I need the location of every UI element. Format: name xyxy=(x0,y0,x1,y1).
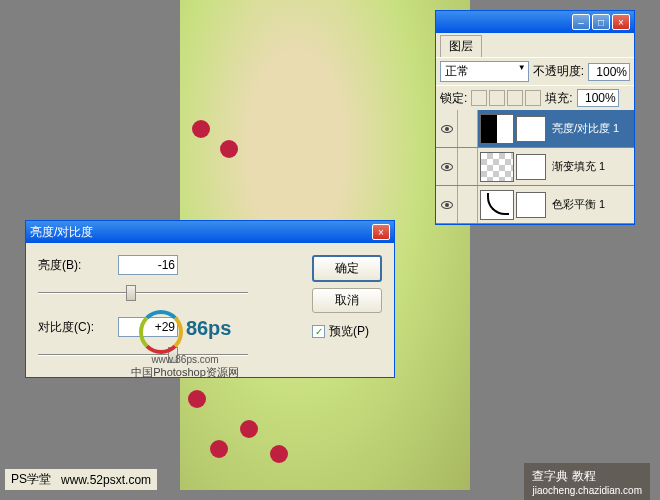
opacity-label: 不透明度: xyxy=(533,63,584,80)
brightness-slider-thumb[interactable] xyxy=(126,285,136,301)
layer-link-area[interactable] xyxy=(458,148,478,185)
layer-row[interactable]: 色彩平衡 1 xyxy=(436,186,634,224)
lock-all-icon[interactable] xyxy=(525,90,541,106)
ok-button[interactable]: 确定 xyxy=(312,255,382,282)
tab-layers[interactable]: 图层 xyxy=(440,35,482,57)
panel-tabs: 图层 xyxy=(436,33,634,57)
brightness-slider[interactable] xyxy=(38,283,248,303)
watermark: 86ps www.86ps.com 中国Photoshop资源网 xyxy=(110,310,260,380)
statusbar-url: www.52psxt.com xyxy=(61,473,151,487)
maximize-button[interactable]: □ xyxy=(592,14,610,30)
layer-name: 亮度/对比度 1 xyxy=(546,121,634,136)
layer-thumbnail[interactable] xyxy=(480,114,514,144)
preview-checkbox[interactable]: ✓ xyxy=(312,325,325,338)
watermark-url: www.86ps.com xyxy=(110,354,260,365)
status-bar: PS学堂 www.52psxt.com xyxy=(5,469,157,490)
opacity-input[interactable]: 100% xyxy=(588,63,630,81)
layers-panel-titlebar[interactable]: – □ × xyxy=(436,11,634,33)
layer-row[interactable]: 亮度/对比度 1 xyxy=(436,110,634,148)
visibility-toggle[interactable] xyxy=(436,148,458,185)
lock-position-icon[interactable] xyxy=(507,90,523,106)
blend-mode-dropdown[interactable]: 正常 xyxy=(440,61,529,82)
visibility-toggle[interactable] xyxy=(436,186,458,223)
lock-transparency-icon[interactable] xyxy=(471,90,487,106)
fill-label: 填充: xyxy=(545,90,572,107)
eye-icon xyxy=(441,125,453,133)
watermark-desc: 中国Photoshop资源网 xyxy=(110,365,260,380)
dialog-titlebar[interactable]: 亮度/对比度 × xyxy=(26,221,394,243)
brightness-input[interactable] xyxy=(118,255,178,275)
layer-thumbnail[interactable] xyxy=(480,190,514,220)
cancel-button[interactable]: 取消 xyxy=(312,288,382,313)
layers-list: 亮度/对比度 1 渐变填充 1 色彩平衡 1 xyxy=(436,110,634,224)
brightness-label: 亮度(B): xyxy=(38,257,108,274)
layer-link-area[interactable] xyxy=(458,186,478,223)
eye-icon xyxy=(441,163,453,171)
footer-label: 教程 xyxy=(572,469,596,483)
contrast-label: 对比度(C): xyxy=(38,319,108,336)
preview-label: 预览(P) xyxy=(329,323,369,340)
eye-icon xyxy=(441,201,453,209)
layer-mask-thumbnail[interactable] xyxy=(516,154,546,180)
layer-link-area[interactable] xyxy=(458,110,478,147)
layer-row[interactable]: 渐变填充 1 xyxy=(436,148,634,186)
layer-name: 色彩平衡 1 xyxy=(546,197,634,212)
layer-mask-thumbnail[interactable] xyxy=(516,116,546,142)
watermark-brand: 86ps xyxy=(186,317,232,339)
dialog-title: 亮度/对比度 xyxy=(30,224,93,241)
layers-panel: – □ × 图层 正常 不透明度: 100% 锁定: 填充: 100% 亮度/对… xyxy=(435,10,635,225)
lock-icons xyxy=(471,90,541,106)
statusbar-left: PS学堂 xyxy=(11,471,51,488)
footer-url: jiaocheng.chazidian.com xyxy=(532,485,642,496)
logo-icon xyxy=(139,310,183,354)
footer-watermark: 查字典 教程 jiaocheng.chazidian.com xyxy=(524,463,650,500)
footer-brand: 查字典 xyxy=(532,469,568,483)
lock-label: 锁定: xyxy=(440,90,467,107)
visibility-toggle[interactable] xyxy=(436,110,458,147)
minimize-button[interactable]: – xyxy=(572,14,590,30)
lock-pixels-icon[interactable] xyxy=(489,90,505,106)
fill-input[interactable]: 100% xyxy=(577,89,619,107)
layer-thumbnail[interactable] xyxy=(480,152,514,182)
layer-name: 渐变填充 1 xyxy=(546,159,634,174)
close-button[interactable]: × xyxy=(612,14,630,30)
dialog-close-button[interactable]: × xyxy=(372,224,390,240)
layer-mask-thumbnail[interactable] xyxy=(516,192,546,218)
